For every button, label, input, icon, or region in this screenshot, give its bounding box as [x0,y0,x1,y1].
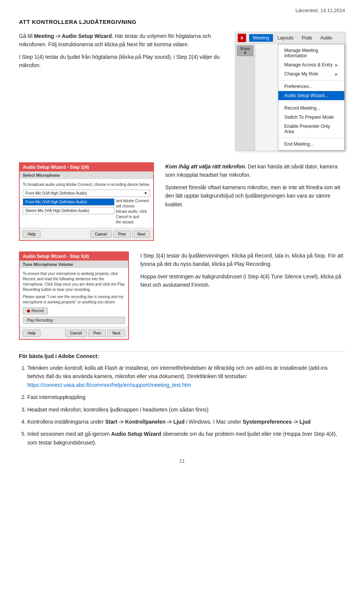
menu-item-switch-prepare[interactable]: Switch To Prepare Mode [278,113,344,122]
mic-option-2-selected[interactable]: Front Mic (VIA High Definition Audio) [23,198,115,206]
menu-top-bar: A Meeting Layouts Pods Audio [235,32,345,44]
intro-text: Gå till Meeting -> Audio Setup Wizard. H… [19,32,224,151]
menu-item-change-role[interactable]: Change My Role ▶ [278,69,344,79]
best-audio-list: Tekniken under kontroll; kolla att Flash… [19,364,345,447]
menu-item-record-meeting[interactable]: Record Meeting... [278,104,344,113]
wizard-step2-side-text: and Adobe Connect will choosebdcast audi… [116,198,150,225]
wizard-step3-body-text: To ensure that your microphone is workin… [23,271,125,292]
record-label: Record [31,309,44,313]
arrow-icon: ▶ [335,72,338,76]
step3-section: Audio Setup Wizard - Step 3(4) Tune Micr… [19,251,345,340]
top-section: Gå till Meeting -> Audio Setup Wizard. H… [19,32,345,151]
section-divider [19,351,345,352]
play-recording-button[interactable]: Play Recording [23,317,125,324]
list-item: Inled sessionen med att gå igenom Audio … [27,430,345,447]
mic-option-3[interactable]: Stereo Mix (VIA High Definition Audio) [23,207,115,214]
step3-right-text: I Step 3(4) testar du ljudåtervinningen.… [140,251,345,340]
menu-item-audio-setup-wizard[interactable]: Audio Setup Wizard... [278,91,344,100]
wizard-step3-quote: Please speak "I can see the recording ba… [23,294,125,305]
middle-right-para1: Kom ihåg att välja rätt mikrofon. Det ka… [165,162,345,179]
divider [278,138,344,138]
divider [278,80,344,80]
wizard-step2-container: Audio Setup Wizard - Step 2(4) Select Mi… [19,162,154,241]
intro-para1: Gå till Meeting -> Audio Setup Wizard. H… [19,32,224,49]
arrow-icon: ▶ [335,63,338,67]
best-audio-section: För bästa ljud i Adobe Connect: Tekniken… [19,353,345,447]
wizard-step2-title: Audio Setup Wizard - Step 2(4) [20,163,153,171]
play-recording-label: Play Recording [27,318,53,322]
list-item: Headset med mikrofon; kontrollera ljudkn… [27,405,345,414]
best-audio-heading: För bästa ljud i Adobe Connect: [19,353,345,359]
intro-para2: I Step 1(4) testar du ljudet från högtal… [19,53,224,70]
menu-area: Share ▼ Manage Meeting Information Manag… [235,44,345,151]
menu-meeting[interactable]: Meeting [249,34,273,42]
record-dot-icon [27,309,30,313]
list-item: Fast internetuppkoppling [27,393,345,401]
wizard-step3-screenshot: Audio Setup Wizard - Step 3(4) Tune Micr… [19,251,129,340]
menu-layouts[interactable]: Layouts [274,34,297,42]
bold-text2: Systempreferences -> Ljud [243,419,311,425]
wizard-step2-next-button[interactable]: Next [132,231,150,238]
menu-item-manage-meeting[interactable]: Manage Meeting Information [278,46,344,60]
page-number: 11 [19,458,345,464]
wizard-step3-help-button[interactable]: Help [23,330,41,337]
play-btn-row: Play Recording [23,317,125,324]
wizard-step2-prev-button[interactable]: Prev [113,231,131,238]
bold-text: Start -> Kontrollpanelen -> Ljud [105,419,184,425]
intro-bold1: Meeting -> Audio Setup Wizard. [34,33,113,39]
menu-item-preferences[interactable]: Preferences... [278,82,344,91]
divider [278,102,344,102]
share-panel: Share ▼ [235,44,255,151]
menu-screenshot-container: A Meeting Layouts Pods Audio Share ▼ Man… [235,32,345,151]
wizard-step3-subtitle: Tune Microphone Volume [20,261,128,268]
middle-right-text: Kom ihåg att välja rätt mikrofon. Det ka… [165,162,345,241]
middle-right-para2: Systemet föreslår oftast kamerans mikrof… [165,183,345,209]
wizard-step2-footer: Help Cancel Prev Next [20,228,153,240]
menu-item-enable-presenter[interactable]: Enable Presenter Only Area [278,122,344,136]
wizard-step3-next-button[interactable]: Next [107,330,125,337]
middle-section: Audio Setup Wizard - Step 2(4) Select Mi… [19,162,345,241]
wizard-step2-body: To broadcast audio using Adobe Connect, … [20,179,153,228]
meeting-menu-screenshot: A Meeting Layouts Pods Audio Share ▼ Man… [235,32,345,151]
test-link[interactable]: https://connect.vasa.abo.fi/common/help/… [27,382,191,388]
list-item: Kontrollera inställningarna under Start … [27,418,345,426]
menu-item-manage-access[interactable]: Manage Access & Entry ▶ [278,60,344,69]
menu-pods[interactable]: Pods [298,34,316,42]
wizard-step2-body-text: To broadcast audio using Adobe Connect, … [23,182,150,187]
page-title: ATT KONTROLLERA LJUDÅTERGIVNING [19,19,345,25]
wizard-step2-subtitle: Select Microphone [20,171,153,179]
record-btn-row: Record [23,307,125,314]
wizard-step2-cancel-button[interactable]: Cancel [90,231,112,238]
mic-option-1[interactable]: Front Mic (VIA High Definition Audio) ▼ [23,190,150,197]
header-date: Lärcentret, 14.11.2014 [295,8,345,13]
mic-options-group: Front Mic (VIA High Definition Audio) St… [23,198,150,225]
middle-right-italic: Kom ihåg att välja rätt mikrofon. [165,163,246,170]
adobe-icon: A [238,34,246,42]
wizard-step3-title: Audio Setup Wizard - Step 3(4) [20,252,128,261]
wizard-step3-cancel-button[interactable]: Cancel [65,330,87,337]
step3-para1: I Step 3(4) testar du ljudåtervinningen.… [140,251,345,269]
bold-audio-wizard: Audio Setup Wizard [111,431,161,437]
wizard-step3-container: Audio Setup Wizard - Step 3(4) Tune Micr… [19,251,129,340]
wizard-step2-screenshot: Audio Setup Wizard - Step 2(4) Select Mi… [19,162,154,241]
wizard-step3-prev-button[interactable]: Prev [88,330,106,337]
step3-para2: Hoppa över testningen av bakgrundsbruset… [140,272,345,289]
menu-audio[interactable]: Audio [317,34,336,42]
wizard-step3-body: To ensure that your microphone is workin… [20,268,128,327]
menu-item-end-meeting[interactable]: End Meeting... [278,140,344,149]
wizard-step2-help-button[interactable]: Help [23,231,41,238]
share-button[interactable]: Share ▼ [237,46,253,56]
list-item: Tekniken under kontroll; kolla att Flash… [27,364,345,389]
meeting-dropdown: Manage Meeting Information Manage Access… [278,44,345,151]
page-header: Lärcentret, 14.11.2014 [19,8,345,15]
record-button[interactable]: Record [23,307,48,314]
wizard-step3-footer: Help Cancel Prev Next [20,327,128,339]
